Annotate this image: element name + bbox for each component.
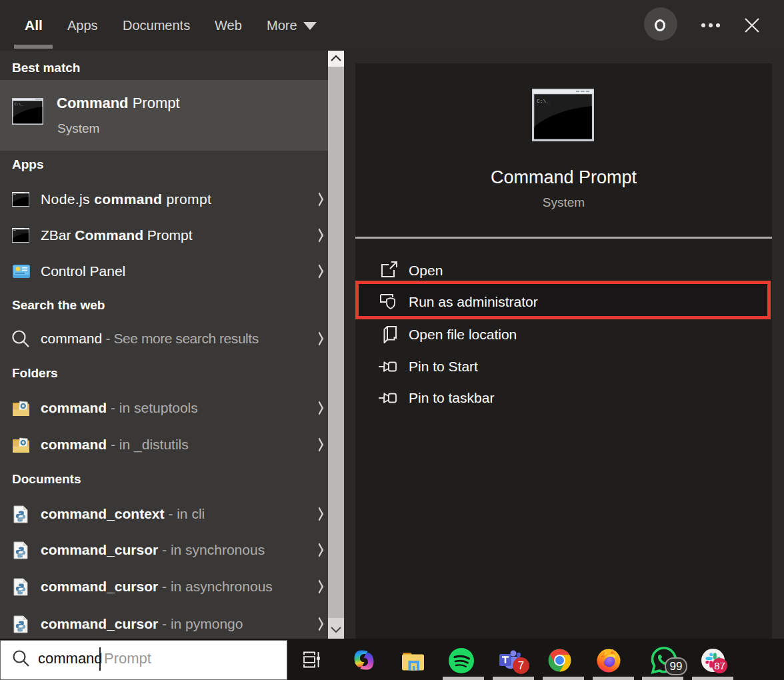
svg-text:C:\_: C:\_ bbox=[537, 98, 549, 104]
svg-text:C:\_: C:\_ bbox=[15, 102, 24, 107]
